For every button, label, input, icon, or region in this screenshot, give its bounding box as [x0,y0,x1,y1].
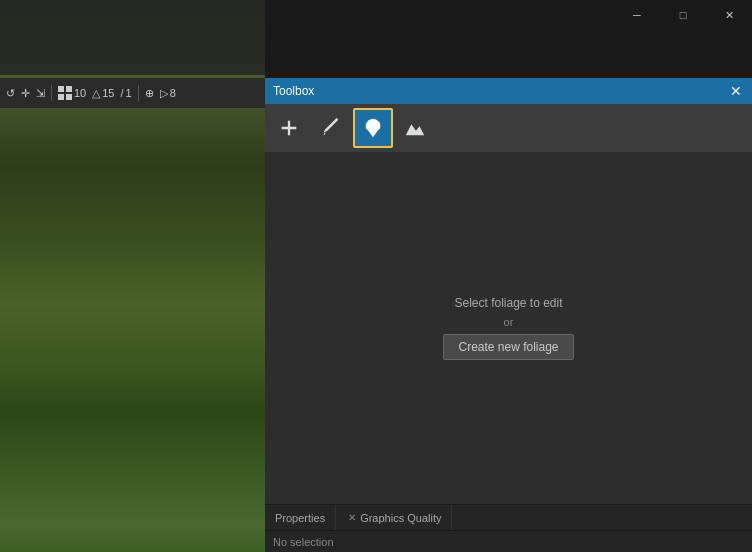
globe-tool[interactable]: ⊕ [145,87,154,100]
tab-graphics-quality-label: Graphics Quality [360,512,441,524]
add-tool-button[interactable] [269,108,309,148]
move-tool[interactable]: ✛ [21,87,30,100]
slash-tool[interactable]: / 1 [121,87,132,99]
minimize-button[interactable]: ─ [614,0,660,30]
slash-count: 1 [126,87,132,99]
separator-1 [51,85,52,101]
svg-rect-3 [66,94,72,100]
toolbox-titlebar: Toolbox ✕ [265,78,752,104]
select-foliage-text: Select foliage to edit [454,296,562,310]
tri-count: 15 [102,87,114,99]
window-controls-bar: ─ □ ✕ [0,0,752,30]
toolbox-panel: Toolbox ✕ [265,78,752,552]
toolbox-toolbar [265,104,752,152]
svg-rect-1 [66,86,72,92]
rotate-tool[interactable]: ↺ [6,87,15,100]
scale-tool[interactable]: ⇲ [36,87,45,100]
triangle-tool[interactable]: △ 15 [92,87,114,100]
brush-tool-button[interactable] [311,108,351,148]
window-controls: ─ □ ✕ [614,0,752,30]
left-toolbar: ↺ ✛ ⇲ 10 △ 15 / 1 ⊕ ▷ 8 [0,78,265,108]
tab-close-icon[interactable]: ✕ [348,512,356,523]
tab-properties-label: Properties [275,512,325,524]
foliage-icon [362,117,384,139]
status-bar: No selection [265,530,752,552]
toolbox-title: Toolbox [273,84,314,98]
or-text: or [504,316,514,328]
toolbox-close-button[interactable]: ✕ [728,84,744,98]
toolbox-content: Select foliage to edit or Create new fol… [265,152,752,504]
create-new-foliage-button[interactable]: Create new foliage [443,334,573,360]
grid-tool[interactable]: 10 [58,86,86,100]
grid-count: 10 [74,87,86,99]
arrow-tool[interactable]: ▷ 8 [160,87,176,100]
separator-2 [138,85,139,101]
svg-rect-2 [58,94,64,100]
svg-rect-0 [58,86,64,92]
close-button[interactable]: ✕ [706,0,752,30]
bottom-tabs: Properties ✕ Graphics Quality [265,504,752,530]
tab-properties[interactable]: Properties [265,505,336,530]
status-text: No selection [273,536,334,548]
arrow-count: 8 [170,87,176,99]
add-icon [278,117,300,139]
foliage-tool-button[interactable] [353,108,393,148]
terrain-icon [404,117,426,139]
tab-graphics-quality[interactable]: ✕ Graphics Quality [336,505,452,530]
maximize-button[interactable]: □ [660,0,706,30]
brush-icon [320,117,342,139]
terrain-tool-button[interactable] [395,108,435,148]
